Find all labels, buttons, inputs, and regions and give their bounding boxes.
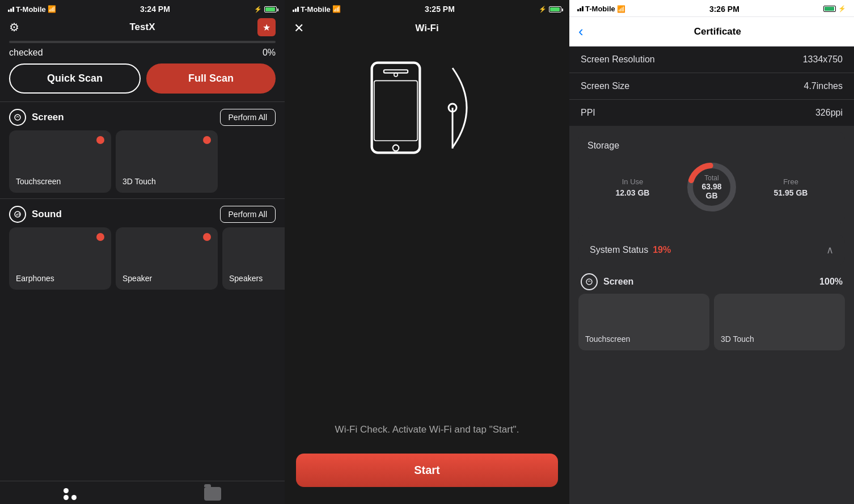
wifi-icon-1: 📶 [48,5,56,13]
p3-3dtouch-card[interactable]: 3D Touch [714,294,845,350]
info-list: Screen Resolution 1334x750 Screen Size 4… [569,46,854,126]
in-use-stat: In Use 12.03 GB [587,177,678,197]
touchscreen-status-dot [96,136,104,144]
info-row-ppi: PPI 326ppi [569,100,854,126]
sound-section-title: Sound [32,209,62,220]
storage-donut: Total 63.98 GB [683,159,740,215]
3dtouch-status-dot [203,136,211,144]
speakers-label: Speakers [229,257,263,283]
p3-touchscreen-label: Touchscreen [585,321,703,344]
free-label: Free [746,177,836,186]
quick-scan-button[interactable]: Quick Scan [9,63,141,94]
svg-rect-5 [374,81,417,141]
p3-3dtouch-label: 3D Touch [721,321,838,344]
panel-wifi: T-Mobile 📶 3:25 PM ⚡ ✕ Wi-Fi [285,0,569,504]
nav-dots[interactable] [64,488,77,500]
info-row-size: Screen Size 4.7inches [569,73,854,100]
wifi-icon-2: 📶 [332,5,341,13]
carrier-label-3: T-Mobile [585,5,615,13]
charging-icon-1: ⚡ [254,6,262,13]
p3-screen-title-group: Screen [581,273,633,290]
earphones-card[interactable]: Earphones [9,227,111,290]
p3-items-grid: Touchscreen 3D Touch [569,294,854,356]
app-title: TestX [129,22,155,33]
screen-perform-all-button[interactable]: Perform All [220,109,276,126]
total-label: Total [697,174,726,182]
bottom-nav [0,481,285,504]
panel-certificate: T-Mobile 📶 3:26 PM ⚡ ‹ Certificate Scree… [569,0,854,504]
full-scan-button[interactable]: Full Scan [146,63,276,94]
wifi-description: Wi-Fi Check. Activate Wi-Fi and tap "Sta… [285,423,569,454]
wifi-icon-3: 📶 [617,5,625,13]
speaker-status-dot [203,233,211,241]
screen-title-group: Screen [9,109,64,126]
status-bar-3: T-Mobile 📶 3:26 PM ⚡ [569,0,854,17]
sound-perform-all-button[interactable]: Perform All [220,206,276,223]
p3-screen-percent: 100% [819,277,843,287]
size-label: Screen Size [581,81,629,91]
start-button[interactable]: Start [296,454,558,487]
in-use-value: 12.03 GB [587,188,678,197]
p3-screen-icon [581,273,598,290]
signal-icon-1 [8,7,14,12]
resolution-label: Screen Resolution [581,54,655,65]
speaker-card[interactable]: Speaker [116,227,218,290]
battery-icon-3 [823,6,836,12]
time-2: 3:25 PM [425,5,455,14]
system-status-row[interactable]: System Status 19% ∧ [578,235,845,265]
ppi-label: PPI [581,108,595,118]
3dtouch-card[interactable]: 3D Touch [116,130,218,193]
p3-screen-label: Screen [603,277,633,287]
earphones-status-dot [96,233,104,241]
storage-title: Storage [587,141,836,151]
wifi-illustration [285,40,569,170]
screen-items-grid: Touchscreen 3D Touch [0,130,285,198]
svg-point-0 [15,115,20,120]
system-status-label: System Status [590,245,648,255]
p3-touchscreen-card[interactable]: Touchscreen [578,294,709,350]
total-value: 63.98 GB [697,182,726,200]
sound-section-icon [9,206,26,223]
time-1: 3:24 PM [140,5,170,14]
speakers-card[interactable]: Speakers [222,227,285,290]
signal-icon-2 [293,7,299,12]
close-button[interactable]: ✕ [294,21,304,36]
nav-folder[interactable] [204,487,221,501]
back-button[interactable]: ‹ [578,23,584,40]
shield-icon[interactable]: ★ [257,18,276,36]
battery-area-1: ⚡ [254,6,277,13]
storage-card: Storage In Use 12.03 GB Total 63.98 GB [578,132,845,225]
resolution-value: 1334x750 [803,54,843,65]
carrier-signal-1: T-Mobile 📶 [8,5,56,14]
certificate-title: Certificate [590,26,845,37]
wifi-arc-illustration [447,57,492,159]
sound-section-header: Sound Perform All [0,199,285,227]
free-value: 51.95 GB [746,188,836,197]
storage-visual: In Use 12.03 GB Total 63.98 GB Free 51. [587,159,836,215]
battery-icon-2 [549,6,561,12]
free-stat: Free 51.95 GB [746,177,836,197]
sound-title-group: Sound [9,206,62,223]
ppi-value: 326ppi [815,108,843,118]
touchscreen-card[interactable]: Touchscreen [9,130,111,193]
sound-items-grid: Earphones Speaker Speakers [0,227,285,295]
phone-illustration [362,57,430,159]
status-row: checked 0% [0,45,285,63]
system-status-percent: 19% [653,245,671,255]
carrier-signal-3: T-Mobile 📶 [577,5,625,13]
progress-bar-container [9,41,276,43]
screen-section-header: Screen Perform All [0,102,285,130]
charging-icon-3: ⚡ [838,5,846,12]
gear-icon[interactable]: ⚙ [9,20,19,34]
nav-dot-3 [71,495,77,500]
charging-icon-2: ⚡ [539,6,547,13]
info-row-resolution: Screen Resolution 1334x750 [569,46,854,73]
carrier-label-1: T-Mobile [16,5,46,14]
screen-section-title: Screen [32,112,64,123]
carrier-label-2: T-Mobile [301,5,331,14]
3dtouch-label: 3D Touch [122,160,156,186]
app-header-1: ⚙ TestX ★ [0,17,285,37]
status-bar-1: T-Mobile 📶 3:24 PM ⚡ [0,0,285,17]
speaker-label: Speaker [122,257,152,283]
svg-point-11 [586,279,592,285]
